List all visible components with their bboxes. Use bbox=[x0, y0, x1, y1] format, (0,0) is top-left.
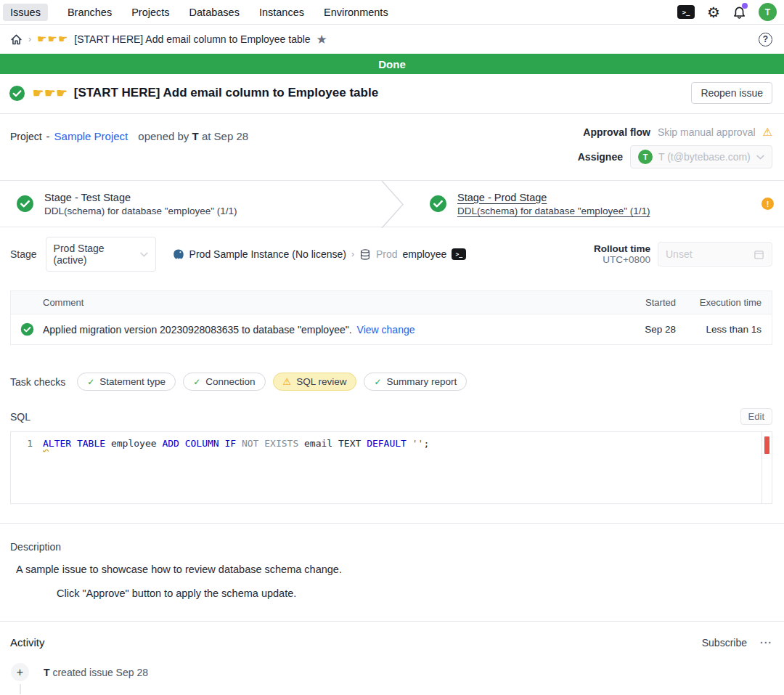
column-comment: Comment bbox=[43, 297, 621, 308]
sql-token: email TEXT bbox=[304, 438, 367, 449]
check-label: Statement type bbox=[99, 376, 166, 387]
check-label: Connection bbox=[205, 376, 255, 387]
more-menu-icon[interactable]: ··· bbox=[760, 637, 772, 649]
sql-section: SQL Edit 1 ALTER TABLE employee ADD COLU… bbox=[0, 408, 784, 504]
breadcrumb: › ☛☛☛ [START HERE] Add email column to E… bbox=[0, 25, 784, 54]
meta-right: Approval flow Skip manual approval ⚠ Ass… bbox=[578, 126, 772, 168]
task-run-table: Comment Started Execution time Applied m… bbox=[10, 290, 772, 345]
database-name[interactable]: employee bbox=[403, 248, 447, 260]
stage-test-subtitle: DDL(schema) for database "employee" (1/1… bbox=[44, 206, 237, 216]
status-banner: Done bbox=[0, 54, 784, 74]
chevron-down-icon bbox=[756, 155, 764, 160]
row-success-check-icon bbox=[20, 322, 34, 336]
approval-flow-value: Skip manual approval bbox=[658, 126, 756, 138]
sql-editor[interactable]: 1 ALTER TABLE employee ADD COLUMN IF NOT… bbox=[10, 431, 772, 504]
stage-card-test[interactable]: Stage - Test Stage DDL(schema) for datab… bbox=[0, 181, 371, 227]
subscribe-button[interactable]: Subscribe bbox=[702, 637, 747, 649]
nav-tab-instances[interactable]: Instances bbox=[259, 7, 304, 18]
help-icon[interactable]: ? bbox=[759, 33, 772, 46]
nav-tab-databases[interactable]: Databases bbox=[189, 7, 240, 18]
activity-section: Activity Subscribe ··· + T created issue… bbox=[0, 636, 784, 695]
sql-token: ; bbox=[423, 438, 429, 449]
instance-name[interactable]: Prod Sample Instance (No license) bbox=[189, 248, 346, 260]
assignee-row: Assignee T T (t@bytebase.com) bbox=[578, 145, 772, 168]
activity-title: Activity bbox=[10, 636, 45, 649]
sql-edit-button[interactable]: Edit bbox=[740, 408, 772, 425]
sql-code-line: ALTER TABLE employee ADD COLUMN IF NOT E… bbox=[43, 432, 429, 503]
assignee-avatar: T bbox=[638, 150, 653, 164]
description-line: Click "Approve" button to apply the sche… bbox=[57, 588, 774, 599]
opened-by-text: opened by T at Sep 28 bbox=[138, 130, 248, 142]
check-connection[interactable]: ✓ Connection bbox=[183, 373, 265, 391]
settings-gear-icon[interactable]: ⚙ bbox=[707, 5, 720, 20]
check-label: Summary report bbox=[387, 376, 457, 387]
issue-done-check-icon bbox=[9, 85, 25, 102]
description-section: Description A sample issue to showcase h… bbox=[0, 541, 784, 599]
nav-tab-branches[interactable]: Branches bbox=[68, 7, 112, 18]
sql-token: employee bbox=[111, 438, 162, 449]
environment-name: Prod bbox=[376, 248, 398, 260]
approval-flow-row: Approval flow Skip manual approval ⚠ bbox=[583, 126, 772, 139]
stage-select-value: Prod Stage (active) bbox=[54, 243, 140, 266]
stage-done-check-icon bbox=[429, 195, 447, 213]
pointing-hand-icons: ☛☛☛ bbox=[37, 33, 68, 46]
issue-title-row: ☛☛☛ [START HERE] Add email column to Emp… bbox=[0, 74, 784, 114]
user-avatar[interactable]: T bbox=[759, 3, 777, 21]
project-line: Project - Sample Project opened by T at … bbox=[10, 126, 248, 168]
opened-user: T bbox=[192, 130, 199, 142]
activity-segment: T bbox=[44, 667, 50, 678]
stage-card-prod[interactable]: Stage - Prod Stage DDL(schema) for datab… bbox=[413, 181, 784, 227]
nav-tab-projects[interactable]: Projects bbox=[131, 7, 169, 18]
check-label: SQL review bbox=[296, 376, 346, 387]
status-banner-label: Done bbox=[378, 58, 406, 70]
page-title: ☛☛☛ [START HERE] Add email column to Emp… bbox=[33, 86, 378, 101]
row-started: Sep 28 bbox=[621, 324, 686, 335]
rollout-time-block: Rollout time UTC+0800 Unset bbox=[594, 242, 772, 267]
check-sql-review[interactable]: ⚠ SQL review bbox=[273, 373, 357, 391]
earliest-rollout-alert-icon[interactable]: ! bbox=[761, 198, 774, 210]
notification-bell-icon[interactable] bbox=[732, 5, 746, 19]
nav-tab-issues[interactable]: Issues bbox=[3, 4, 48, 21]
sql-editor-terminal-icon[interactable]: >_ bbox=[677, 5, 695, 19]
opened-suffix: at Sep 28 bbox=[202, 130, 248, 142]
table-row[interactable]: Applied migration version 20230928083635… bbox=[11, 314, 772, 344]
check-success-icon: ✓ bbox=[374, 377, 381, 387]
breadcrumb-issue-title[interactable]: [START HERE] Add email column to Employe… bbox=[74, 33, 310, 45]
stage-prod-subtitle[interactable]: DDL(schema) for database "employee" (1/1… bbox=[457, 206, 650, 216]
assignee-select[interactable]: T T (t@bytebase.com) bbox=[630, 145, 772, 168]
description-label: Description bbox=[10, 541, 774, 553]
stage-select[interactable]: Prod Stage (active) bbox=[46, 237, 156, 272]
reopen-issue-button[interactable]: Reopen issue bbox=[691, 82, 772, 104]
stage-test-title: Stage - Test Stage bbox=[44, 192, 237, 203]
plus-icon: + bbox=[11, 663, 29, 681]
activity-segment: created issue Sep 28 bbox=[50, 667, 148, 678]
rollout-timezone: UTC+0800 bbox=[594, 254, 650, 265]
rollout-labels: Rollout time UTC+0800 bbox=[594, 243, 650, 265]
check-warning-icon: ⚠ bbox=[283, 376, 292, 387]
column-execution-time: Execution time bbox=[686, 297, 772, 308]
nav-right-actions: >_ ⚙ T bbox=[677, 3, 777, 21]
warning-triangle-icon[interactable]: ⚠ bbox=[763, 126, 772, 139]
chevron-down-icon bbox=[140, 252, 148, 257]
stage-prod-title[interactable]: Stage - Prod Stage bbox=[457, 192, 650, 203]
stage-strip: Stage - Test Stage DDL(schema) for datab… bbox=[0, 180, 784, 227]
project-link[interactable]: Sample Project bbox=[54, 130, 128, 142]
view-change-link[interactable]: View change bbox=[357, 324, 415, 336]
check-success-icon: ✓ bbox=[193, 377, 200, 387]
check-statement-type[interactable]: ✓ Statement type bbox=[77, 373, 176, 391]
stage-prod-text: Stage - Prod Stage DDL(schema) for datab… bbox=[457, 192, 650, 216]
open-sql-editor-icon[interactable]: >_ bbox=[452, 248, 466, 260]
nav-tab-environments[interactable]: Environments bbox=[324, 7, 388, 18]
check-summary-report[interactable]: ✓ Summary report bbox=[364, 373, 467, 391]
star-icon[interactable]: ★ bbox=[317, 32, 327, 47]
stage-test-text: Stage - Test Stage DDL(schema) for datab… bbox=[44, 192, 237, 216]
rollout-time-input[interactable]: Unset bbox=[658, 242, 772, 267]
rollout-time-label: Rollout time bbox=[594, 243, 650, 254]
issue-title-text: [START HERE] Add email column to Employe… bbox=[74, 86, 378, 100]
row-comment: Applied migration version 20230928083635… bbox=[43, 324, 352, 336]
top-nav: Issues Branches Projects Databases Insta… bbox=[0, 0, 784, 25]
stage-chevron-divider bbox=[371, 181, 413, 228]
editor-scrollbar[interactable] bbox=[761, 432, 772, 503]
sql-token: LTER TABLE bbox=[49, 438, 111, 449]
home-icon[interactable] bbox=[10, 33, 23, 46]
